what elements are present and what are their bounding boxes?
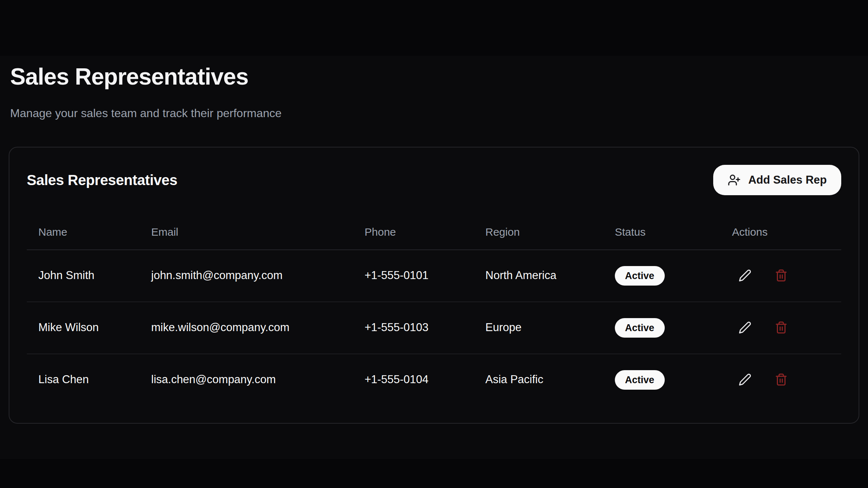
row-actions (732, 314, 830, 341)
row-actions (732, 262, 830, 288)
card-header: Sales Representatives Add Sales Rep (27, 165, 841, 195)
rep-name: John Smith (27, 249, 140, 301)
table-row: Lisa Chen lisa.chen@company.com +1-555-0… (27, 354, 841, 406)
column-header-actions: Actions (720, 215, 841, 249)
table-body: John Smith john.smith@company.com +1-555… (27, 249, 841, 406)
status-badge: Active (615, 370, 664, 390)
rep-status-cell: Active (603, 301, 720, 354)
rep-actions-cell (720, 301, 841, 354)
pencil-icon (739, 373, 752, 386)
delete-button[interactable] (768, 314, 794, 341)
page-subtitle: Manage your sales team and track their p… (10, 105, 859, 122)
pencil-icon (739, 321, 752, 334)
rep-phone: +1-555-0104 (353, 354, 474, 406)
column-header-name: Name (27, 215, 140, 249)
trash-icon (775, 321, 788, 334)
rep-email: lisa.chen@company.com (140, 354, 353, 406)
main-content: Sales Representatives Manage your sales … (0, 0, 868, 424)
column-header-email: Email (140, 215, 353, 249)
rep-name: Mike Wilson (27, 301, 140, 354)
rep-phone: +1-555-0101 (353, 249, 474, 301)
row-actions (732, 367, 830, 393)
edit-button[interactable] (732, 262, 758, 288)
page-title: Sales Representatives (10, 62, 859, 91)
rep-email: mike.wilson@company.com (140, 301, 353, 354)
status-badge: Active (615, 266, 664, 285)
rep-actions-cell (720, 354, 841, 406)
sales-reps-table: Name Email Phone Region Status Actions J… (27, 215, 841, 406)
rep-region: North America (474, 249, 603, 301)
delete-button[interactable] (768, 262, 794, 288)
delete-button[interactable] (768, 367, 794, 393)
user-plus-icon (728, 174, 741, 187)
trash-icon (775, 373, 788, 386)
card-title: Sales Representatives (27, 172, 177, 188)
add-sales-rep-button[interactable]: Add Sales Rep (714, 165, 841, 195)
column-header-region: Region (474, 215, 603, 249)
table-header: Name Email Phone Region Status Actions (27, 215, 841, 249)
trash-icon (775, 269, 788, 282)
column-header-phone: Phone (353, 215, 474, 249)
table-row: John Smith john.smith@company.com +1-555… (27, 249, 841, 301)
rep-status-cell: Active (603, 354, 720, 406)
rep-phone: +1-555-0103 (353, 301, 474, 354)
pencil-icon (739, 269, 752, 282)
sales-reps-card: Sales Representatives Add Sales Rep (9, 147, 859, 424)
rep-status-cell: Active (603, 249, 720, 301)
edit-button[interactable] (732, 367, 758, 393)
rep-region: Asia Pacific (474, 354, 603, 406)
rep-actions-cell (720, 249, 841, 301)
rep-region: Europe (474, 301, 603, 354)
add-sales-rep-label: Add Sales Rep (748, 174, 827, 187)
column-header-status: Status (603, 215, 720, 249)
rep-name: Lisa Chen (27, 354, 140, 406)
rep-email: john.smith@company.com (140, 249, 353, 301)
status-badge: Active (615, 318, 664, 337)
table-row: Mike Wilson mike.wilson@company.com +1-5… (27, 301, 841, 354)
app-window: Sales Representatives Manage your sales … (0, 0, 868, 488)
edit-button[interactable] (732, 314, 758, 341)
